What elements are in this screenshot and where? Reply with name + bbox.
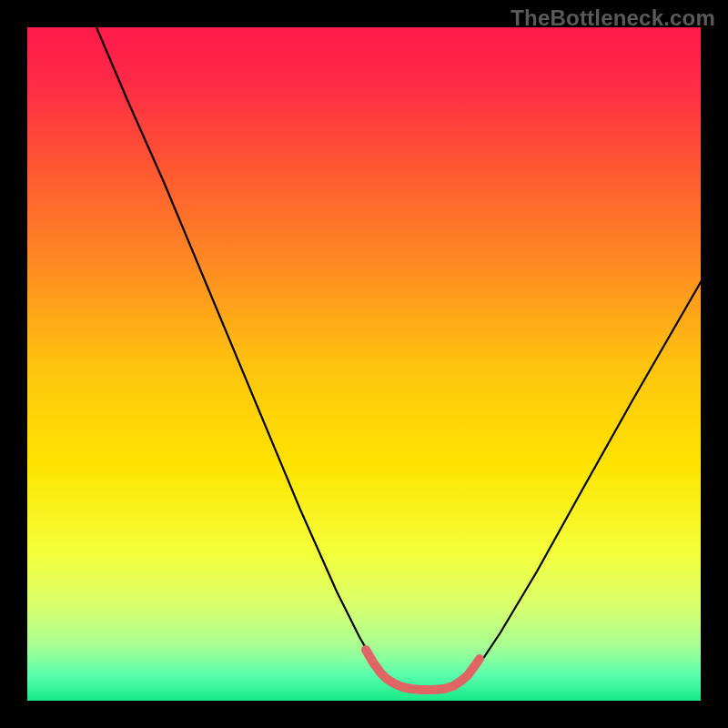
chart-svg bbox=[27, 27, 701, 701]
gradient-background bbox=[27, 27, 701, 701]
chart-frame: TheBottleneck.com bbox=[0, 0, 728, 728]
plot-area bbox=[27, 27, 701, 701]
